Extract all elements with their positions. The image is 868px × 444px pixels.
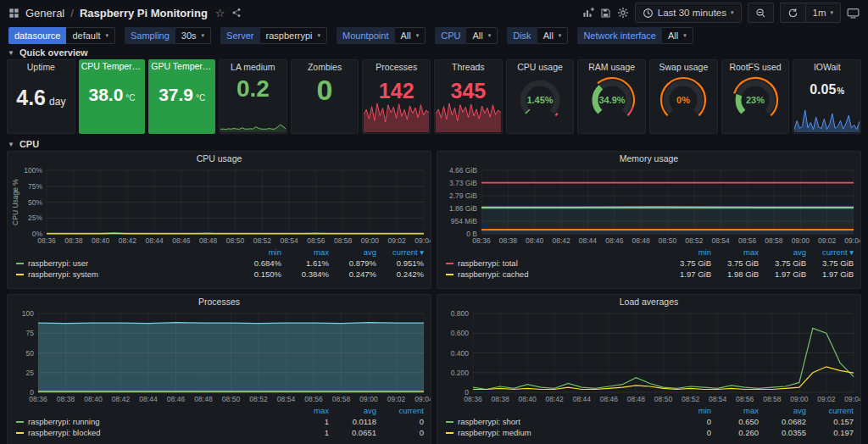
panel-title[interactable]: CPU Temperat... [79, 59, 146, 73]
star-icon[interactable]: ☆ [215, 7, 225, 19]
share-icon[interactable] [231, 8, 242, 18]
legend-series-name[interactable]: raspberrypi: system [16, 269, 234, 279]
svg-text:08:56: 08:56 [738, 236, 757, 245]
legend-col-avg[interactable]: avg [329, 406, 376, 415]
cpu-usage-plot[interactable]: CPU Usage %0%25%50%75%100%08:3608:3808:4… [8, 165, 431, 245]
legend-value: 0.0682 [759, 417, 806, 426]
threads-sparkline [436, 102, 501, 132]
legend-col-min[interactable]: min [664, 247, 711, 257]
panel-title[interactable]: IOWait [793, 60, 860, 74]
legend-col-avg[interactable]: avg [759, 406, 806, 415]
legend-series-name[interactable]: raspberrypi: running [16, 417, 281, 426]
panel-title[interactable]: GPU Temperat... [148, 59, 215, 73]
panel-title[interactable]: RootFS used [722, 60, 789, 74]
legend-col-max[interactable]: max [711, 406, 759, 415]
legend-series-name[interactable]: raspberrypi: total [446, 258, 664, 268]
legend-col-current[interactable]: current ▾ [376, 247, 424, 257]
legend-col-max[interactable]: max [711, 247, 759, 257]
svg-text:09:04: 09:04 [844, 236, 860, 245]
legend-col-max[interactable]: max [281, 406, 329, 415]
legend-col-current[interactable]: current ▾ [806, 247, 854, 257]
row-header-cpu[interactable]: ▼ CPU [0, 137, 868, 151]
zoom-out-time-button[interactable] [748, 3, 774, 23]
svg-text:09:04: 09:04 [415, 395, 431, 403]
panel-title[interactable]: LA medium [220, 60, 287, 74]
iowait-sparkline [794, 108, 860, 132]
add-panel-icon[interactable] [582, 7, 594, 19]
legend-col-min[interactable]: min [664, 406, 711, 415]
row-header-quick-overview[interactable]: ▼ Quick overview [0, 46, 868, 59]
legend-value: 0.650 [711, 417, 759, 426]
panel-title[interactable]: Memory usage [437, 152, 860, 165]
svg-text:08:38: 08:38 [499, 236, 518, 245]
legend-col-current[interactable]: current [376, 406, 424, 415]
cpu-row-panels: CPU usage CPU Usage %0%25%50%75%100%08:3… [7, 151, 861, 444]
svg-text:0.600: 0.600 [451, 329, 470, 337]
legend-value: 0.879% [329, 258, 376, 268]
panel-title[interactable]: Threads [435, 60, 502, 74]
processes-plot[interactable]: 025507510008:3608:3808:4008:4208:4408:46… [8, 308, 431, 403]
legend-col-min[interactable]: min [234, 247, 281, 257]
svg-text:34.9%: 34.9% [598, 95, 625, 105]
svg-text:08:40: 08:40 [92, 236, 110, 245]
legend-series-name[interactable]: raspberrypi: cached [446, 269, 664, 279]
breadcrumb-section[interactable]: General [25, 7, 64, 19]
legend-value: 0.260 [711, 428, 759, 437]
legend-value: 1.97 GiB [806, 269, 854, 279]
svg-text:100: 100 [22, 309, 34, 318]
legend-col-current[interactable]: current [806, 406, 854, 415]
panel-title[interactable]: Load averages [437, 295, 860, 308]
panel-la-medium: LA medium 0.2 [219, 59, 287, 134]
svg-text:0.400: 0.400 [451, 349, 470, 358]
load-averages-plot[interactable]: 00.2000.4000.6000.80008:3608:3808:4008:4… [437, 308, 860, 403]
legend-row: raspberrypi: total3.75 GiB3.75 GiB3.75 G… [446, 258, 854, 269]
legend-series-name[interactable]: raspberrypi: short [446, 417, 664, 426]
panel-title[interactable]: Processes [8, 295, 431, 308]
svg-text:08:36: 08:36 [29, 395, 47, 403]
svg-text:08:54: 08:54 [280, 236, 298, 245]
variable-datasource[interactable]: datasource default▾ [8, 27, 115, 44]
svg-text:09:00: 09:00 [792, 236, 810, 245]
legend-col-avg[interactable]: avg [759, 247, 806, 257]
variable-sampling[interactable]: Sampling 30s▾ [125, 27, 211, 44]
legend-col-avg[interactable]: avg [329, 247, 376, 257]
refresh-button[interactable] [780, 3, 805, 23]
kiosk-tv-icon[interactable] [847, 7, 860, 19]
time-range-picker[interactable]: Last 30 minutes ▾ [635, 3, 742, 23]
panel-title[interactable]: Swap usage [650, 60, 717, 74]
svg-text:1.45%: 1.45% [526, 95, 553, 105]
chevron-down-icon: ▾ [559, 32, 562, 39]
variable-cpu[interactable]: CPU All▾ [435, 27, 498, 44]
legend-col-max[interactable]: max [281, 247, 329, 257]
dashboard-settings-gear-icon[interactable] [617, 7, 629, 19]
variable-disk[interactable]: Disk All▾ [507, 27, 568, 44]
panel-title[interactable]: Zombies [292, 60, 359, 74]
la-medium-sparkline [220, 115, 286, 132]
svg-text:09:02: 09:02 [387, 395, 406, 403]
variable-network-interface[interactable]: Network interface All▾ [577, 27, 693, 44]
svg-text:3.73 GiB: 3.73 GiB [449, 179, 477, 187]
panel-title[interactable]: CPU usage [8, 152, 431, 165]
apps-grid-icon[interactable] [8, 8, 19, 19]
cpu-temperature-value: 38.0°C [79, 85, 146, 105]
legend-value: 1.97 GiB [759, 269, 806, 279]
svg-text:08:44: 08:44 [573, 395, 592, 403]
legend-series-name[interactable]: raspberrypi: medium [446, 428, 664, 437]
legend-series-name[interactable]: raspberrypi: user [16, 258, 234, 268]
legend-value: 1 [281, 428, 329, 437]
variable-server[interactable]: Server raspberrypi▾ [220, 27, 327, 44]
legend-value: 0.0651 [329, 428, 376, 437]
memory-usage-plot[interactable]: 0 B954 MiB1.86 GiB2.79 GiB3.73 GiB4.66 G… [437, 165, 860, 245]
svg-text:1.86 GiB: 1.86 GiB [449, 204, 477, 213]
panel-title[interactable]: Uptime [8, 60, 75, 74]
svg-text:08:52: 08:52 [682, 395, 700, 403]
legend-series-name[interactable]: raspberrypi: blocked [16, 428, 281, 437]
legend-row: raspberrypi: medium00.2600.03550.197 [446, 427, 854, 438]
panel-title[interactable]: CPU usage [507, 60, 574, 74]
panel-title[interactable]: RAM usage [578, 60, 645, 74]
save-dashboard-icon[interactable] [600, 8, 611, 19]
variable-mountpoint[interactable]: Mountpoint All▾ [337, 27, 426, 44]
panel-cpu-temperature: CPU Temperat... 38.0°C [79, 59, 146, 134]
refresh-interval-picker[interactable]: 1m ▾ [805, 3, 842, 23]
panel-title[interactable]: Processes [363, 60, 430, 74]
